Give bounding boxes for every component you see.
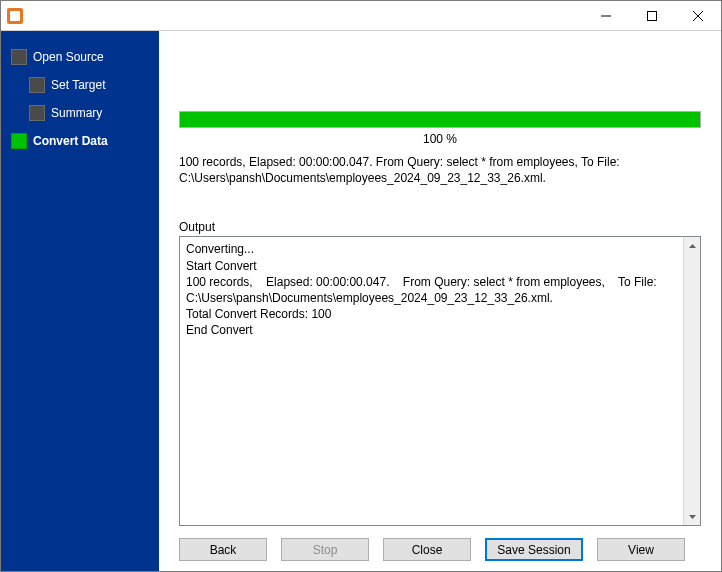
close-button[interactable]: Close: [383, 538, 471, 561]
svg-marker-4: [689, 244, 696, 248]
step-label: Set Target: [51, 78, 105, 92]
step-marker-icon: [29, 105, 45, 121]
step-label: Open Source: [33, 50, 104, 64]
minimize-button[interactable]: [583, 1, 629, 30]
window-controls: [583, 1, 721, 30]
progress-percent: 100 %: [179, 128, 701, 154]
step-open-source[interactable]: Open Source: [1, 43, 159, 71]
close-window-button[interactable]: [675, 1, 721, 30]
scroll-up-icon[interactable]: [684, 237, 700, 254]
progress-bar: [179, 111, 701, 128]
back-button[interactable]: Back: [179, 538, 267, 561]
view-button[interactable]: View: [597, 538, 685, 561]
titlebar: [1, 1, 721, 31]
maximize-button[interactable]: [629, 1, 675, 30]
save-session-button[interactable]: Save Session: [485, 538, 583, 561]
step-marker-icon: [29, 77, 45, 93]
output-scrollbar[interactable]: [683, 237, 700, 525]
step-label: Convert Data: [33, 134, 108, 148]
step-marker-icon: [11, 49, 27, 65]
svg-marker-5: [689, 515, 696, 519]
app-icon: [7, 8, 23, 24]
main-panel: 100 % 100 records, Elapsed: 00:00:00.047…: [159, 31, 721, 571]
spacer: [179, 41, 701, 111]
button-row: Back Stop Close Save Session View: [179, 526, 701, 561]
output-textarea[interactable]: Converting... Start Convert 100 records,…: [180, 237, 683, 525]
app-window: Open Source Set Target Summary Convert D…: [0, 0, 722, 572]
step-marker-icon: [11, 133, 27, 149]
stop-button: Stop: [281, 538, 369, 561]
scroll-down-icon[interactable]: [684, 508, 700, 525]
conversion-summary: 100 records, Elapsed: 00:00:00.047. From…: [179, 154, 701, 206]
step-convert-data[interactable]: Convert Data: [1, 127, 159, 155]
wizard-steps: Open Source Set Target Summary Convert D…: [1, 43, 159, 155]
output-label: Output: [179, 220, 701, 234]
body: Open Source Set Target Summary Convert D…: [1, 31, 721, 571]
output-box: Converting... Start Convert 100 records,…: [179, 236, 701, 526]
step-set-target[interactable]: Set Target: [1, 71, 159, 99]
step-label: Summary: [51, 106, 102, 120]
svg-rect-1: [648, 11, 657, 20]
step-summary[interactable]: Summary: [1, 99, 159, 127]
titlebar-left: [7, 8, 27, 24]
wizard-sidebar: Open Source Set Target Summary Convert D…: [1, 31, 159, 571]
